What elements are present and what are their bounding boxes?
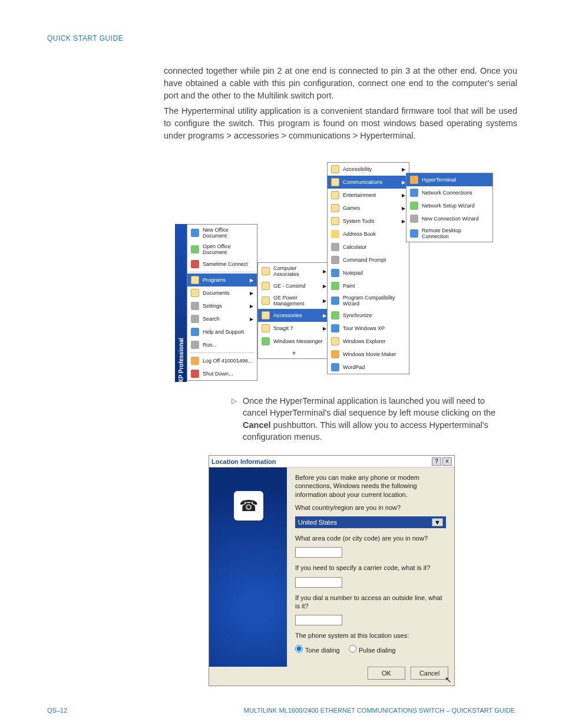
start-menu-figure: Windows XP Professional New Office Docum… — [175, 162, 496, 380]
ok-button[interactable]: OK — [368, 667, 405, 680]
menu-label: Programs — [203, 277, 226, 283]
menu-item[interactable]: Network Setup Wizard — [406, 199, 492, 212]
menu-item[interactable]: New Connection Wizard — [406, 212, 492, 225]
menu-item[interactable]: Log Off 410001496... — [187, 354, 257, 367]
menu-item-programs[interactable]: Programs▶ — [187, 274, 257, 286]
menu-label: HyperTerminal — [422, 177, 456, 183]
menu-item-hyperterminal[interactable]: HyperTerminal — [406, 173, 492, 186]
page-footer: QS–12 MULTILINK ML1600/2400 ETHERNET COM… — [47, 707, 515, 714]
menu-label: System Tools — [343, 218, 374, 224]
radio-pulse[interactable]: Pulse dialing — [349, 647, 395, 654]
menu-label: Program Compatibility Wizard — [343, 295, 405, 307]
menu-label: Sametime Connect — [203, 261, 248, 267]
menu-item[interactable]: Computer Associates▶ — [258, 263, 330, 279]
radio-tone-input[interactable] — [295, 645, 303, 653]
submenu-arrow-icon: ▶ — [402, 180, 405, 185]
menu-label: Communications — [343, 179, 382, 185]
menu-item[interactable]: Network Connections — [406, 186, 492, 199]
menu-item[interactable]: Tour Windows XP — [328, 322, 409, 335]
submenu-arrow-icon: ▶ — [402, 167, 405, 172]
menu-label: New Office Document — [203, 227, 253, 239]
dialog-left-panel: ☎ — [209, 467, 287, 667]
menu-item[interactable]: Sametime Connect — [187, 258, 257, 271]
menu-item[interactable]: Entertainment▶ — [328, 189, 409, 202]
menu-label: Network Connections — [422, 190, 472, 196]
footer-title: MULTILINK ML1600/2400 ETHERNET COMMUNICA… — [244, 707, 515, 714]
menu-item[interactable]: SnagIt 7▶ — [258, 322, 330, 335]
menu-item[interactable]: Paint — [328, 279, 409, 292]
radio-tone[interactable]: Tone dialing — [295, 647, 340, 654]
page-number: QS–12 — [47, 707, 67, 714]
menu-item[interactable]: Windows Movie Maker — [328, 348, 409, 361]
header-title: QUICK START GUIDE — [47, 34, 123, 42]
menu-item[interactable]: Run... — [187, 338, 257, 351]
cursor-icon: ↖ — [445, 675, 452, 684]
menu-item[interactable]: New Office Document — [187, 225, 257, 241]
submenu-arrow-icon: ▶ — [323, 326, 326, 331]
help-button[interactable]: ? — [432, 457, 441, 466]
menu-item[interactable]: Games▶ — [328, 202, 409, 215]
menu-item[interactable]: Windows Messenger — [258, 335, 330, 348]
step-text-bold: Cancel — [243, 420, 271, 430]
menu-item[interactable]: Program Compatibility Wizard — [328, 292, 409, 309]
menu-item[interactable]: GE Power Management▶ — [258, 292, 330, 309]
start-menu-column-3: Accessibility▶Communications▶Entertainme… — [327, 162, 409, 374]
paragraph-2: The Hyperterminal utility application is… — [164, 105, 517, 142]
menu-item[interactable]: Synchronize — [328, 309, 409, 322]
menu-item[interactable]: WordPad — [328, 361, 409, 374]
folder-icon — [262, 267, 270, 275]
phone-icon: ☎ — [234, 491, 263, 521]
country-select[interactable]: United States ▼ — [295, 516, 446, 528]
menu-label: Remote Desktop Connection — [422, 228, 489, 239]
outside-line-input[interactable] — [295, 615, 342, 625]
menu-label: Games — [343, 205, 360, 211]
radio-pulse-input[interactable] — [349, 645, 356, 653]
folder-icon — [262, 324, 270, 332]
menu-item[interactable]: Address Book — [328, 228, 409, 241]
app-icon — [331, 350, 339, 358]
start-menu-column-1: New Office Document Open Office Document… — [187, 224, 257, 381]
menu-item[interactable]: GE - ConsInd▶ — [258, 279, 330, 292]
menu-label: Windows Messenger — [273, 338, 323, 344]
menu-item[interactable]: System Tools▶ — [328, 215, 409, 228]
help-icon — [191, 328, 199, 336]
logoff-icon — [191, 357, 199, 365]
menu-item[interactable]: Notepad — [328, 266, 409, 279]
carrier-code-input[interactable] — [295, 577, 342, 588]
submenu-arrow-icon: ▶ — [402, 219, 405, 224]
menu-item[interactable]: Help and Support — [187, 325, 257, 338]
menu-item[interactable]: Windows Explorer — [328, 335, 409, 348]
menu-item[interactable]: Search▶ — [187, 312, 257, 325]
app-icon — [331, 191, 339, 199]
menu-item[interactable]: Shut Down... — [187, 367, 257, 380]
app-icon — [331, 178, 339, 186]
start-menu-vertical-bar: Windows XP Professional — [175, 224, 187, 382]
menu-item[interactable]: Settings▶ — [187, 299, 257, 312]
app-icon — [331, 217, 339, 225]
menu-item[interactable]: Communications▶ — [328, 176, 409, 189]
settings-icon — [191, 302, 199, 310]
submenu-arrow-icon: ▶ — [402, 206, 405, 211]
menu-item[interactable]: Open Office Document — [187, 241, 257, 258]
app-icon — [331, 337, 339, 345]
menu-label: Notepad — [343, 270, 363, 276]
app-icon — [410, 202, 418, 210]
area-code-input[interactable] — [295, 547, 342, 558]
menu-item-expand[interactable]: ¤ — [258, 348, 330, 358]
menu-item[interactable]: Calculator — [328, 241, 409, 253]
app-icon — [331, 363, 339, 371]
menu-item[interactable]: Accessibility▶ — [328, 163, 409, 176]
menu-label: Network Setup Wizard — [422, 203, 475, 209]
label-carrier-code: If you need to specify a carrier code, w… — [295, 564, 446, 572]
app-icon — [331, 165, 339, 173]
menu-item[interactable]: Remote Desktop Connection — [406, 225, 492, 242]
menu-item[interactable]: Command Prompt — [328, 253, 409, 266]
menu-item[interactable]: Documents▶ — [187, 286, 257, 299]
chat-icon — [191, 260, 199, 268]
close-button[interactable]: × — [442, 457, 452, 466]
menu-item-accessories[interactable]: Accessories▶ — [258, 309, 330, 322]
cancel-button[interactable]: Cancel — [411, 667, 448, 680]
menu-label: New Connection Wizard — [422, 216, 479, 222]
app-icon — [410, 189, 418, 197]
paragraph-1: connected together while pin 2 at one en… — [164, 65, 517, 102]
